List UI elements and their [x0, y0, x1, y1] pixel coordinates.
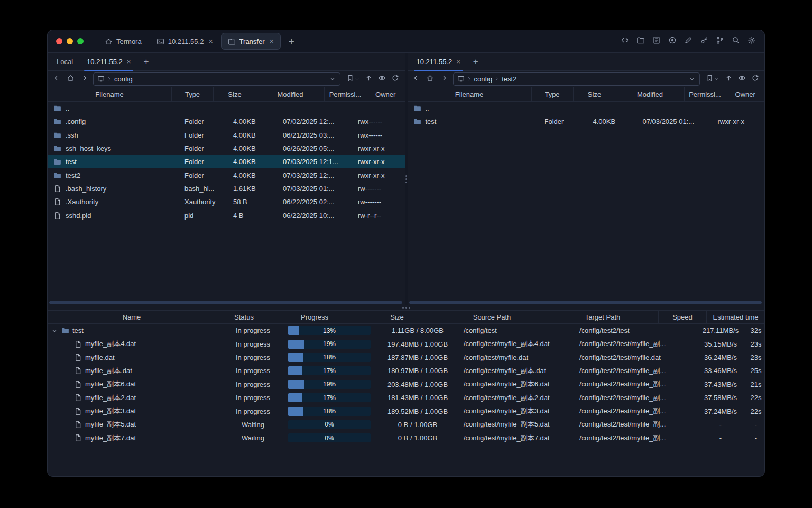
- close-icon[interactable]: ×: [208, 38, 213, 45]
- close-icon[interactable]: ×: [127, 58, 131, 66]
- column-header-owner[interactable]: Owner: [726, 87, 765, 101]
- transfer-column-header-status[interactable]: Status: [216, 311, 272, 323]
- horizontal-splitter[interactable]: [48, 305, 764, 310]
- toggle-hidden-files-button[interactable]: [376, 73, 389, 85]
- transfer-column-header-source-path[interactable]: Source Path: [437, 311, 547, 323]
- file-row-test[interactable]: testFolder4.00KB07/03/2025 01:...rwxr-xr…: [408, 115, 765, 128]
- record-button[interactable]: [666, 35, 679, 48]
- bookmark-button[interactable]: [703, 73, 722, 85]
- minimize-window-button[interactable]: [67, 38, 73, 44]
- transfer-row-myfile-5-dat[interactable]: myfile_副本5.datWaiting0%0 B / 1.00GB/conf…: [48, 418, 764, 431]
- window-tab-transfer[interactable]: Transfer×: [221, 33, 281, 50]
- back-button[interactable]: [411, 73, 423, 85]
- home-button[interactable]: [64, 73, 77, 85]
- progress-bar: 0%: [288, 420, 371, 429]
- transfer-row-myfile-3-dat[interactable]: myfile_副本3.datIn progress18%189.52MB / 1…: [48, 404, 764, 418]
- column-header-filename[interactable]: Filename: [48, 87, 172, 101]
- close-window-button[interactable]: [56, 38, 62, 44]
- upload-button[interactable]: [363, 73, 375, 85]
- branch-button[interactable]: [713, 35, 726, 48]
- path-segment-test2[interactable]: test2: [502, 75, 516, 83]
- left-path-breadcrumb[interactable]: config: [93, 72, 340, 86]
- transfer-row-myfile-2-dat[interactable]: myfile_副本2.datIn progress17%181.43MB / 1…: [48, 391, 764, 404]
- transfer-target-path: /config/test2/test/myfile_副...: [576, 406, 694, 416]
- close-icon[interactable]: ×: [270, 38, 274, 45]
- column-header-modified[interactable]: Modified: [256, 87, 325, 101]
- back-button[interactable]: [51, 73, 63, 85]
- transfer-row-myfile-4-dat[interactable]: myfile_副本4.datIn progress19%197.48MB / 1…: [48, 337, 764, 350]
- horizontal-scrollbar-thumb[interactable]: [49, 301, 402, 304]
- path-segment-config[interactable]: config: [474, 75, 493, 83]
- settings-button[interactable]: [745, 35, 758, 48]
- chevron-down-icon[interactable]: [688, 75, 696, 83]
- folder-outline-button[interactable]: [634, 35, 647, 48]
- file-row-item[interactable]: ..: [408, 102, 765, 115]
- column-header-permissi[interactable]: Permissi...: [325, 87, 366, 101]
- home-button[interactable]: [424, 73, 437, 85]
- log-button[interactable]: [650, 35, 663, 48]
- zoom-window-button[interactable]: [77, 38, 84, 44]
- transfer-row-myfile-dat[interactable]: myfile_副本.datIn progress17%180.97MB / 1.…: [48, 364, 764, 377]
- path-segment-config[interactable]: config: [114, 75, 133, 83]
- column-header-type[interactable]: Type: [172, 87, 214, 101]
- edit-button[interactable]: [681, 35, 695, 48]
- file-row-item[interactable]: ..: [48, 102, 405, 115]
- code-icon: [621, 36, 629, 47]
- file-row-bash-history[interactable]: .bash_historybash_hi...1.61KB07/03/2025 …: [48, 182, 405, 195]
- transfer-row-myfile-dat[interactable]: myfile.datIn progress18%187.87MB / 1.00G…: [48, 351, 764, 364]
- transfer-row-myfile-7-dat[interactable]: myfile_副本7.datWaiting0%0 B / 1.00GB/conf…: [48, 431, 764, 444]
- new-pane-tab-button[interactable]: +: [137, 53, 154, 70]
- pane-tab-local[interactable]: Local: [50, 53, 80, 70]
- key-button[interactable]: [697, 35, 710, 48]
- bookmark-button[interactable]: [344, 73, 362, 85]
- chevron-down-icon[interactable]: [51, 327, 58, 334]
- transfer-column-header-name[interactable]: Name: [48, 311, 216, 323]
- upload-button[interactable]: [722, 73, 735, 85]
- file-row-ssh-host-keys[interactable]: ssh_host_keysFolder4.00KB06/26/2025 05:.…: [48, 142, 405, 155]
- file-row-test2[interactable]: test2Folder4.00KB07/03/2025 12:...rwxr-x…: [48, 168, 405, 182]
- file-cell: 58 B: [229, 198, 279, 206]
- column-header-filename[interactable]: Filename: [408, 87, 532, 101]
- close-icon[interactable]: ×: [456, 58, 460, 66]
- file-row-xauthority[interactable]: .XauthorityXauthority58 B06/22/2025 02:.…: [48, 195, 405, 208]
- column-header-size[interactable]: Size: [214, 87, 256, 101]
- refresh-button[interactable]: [749, 73, 761, 85]
- transfer-column-header-speed[interactable]: Speed: [659, 311, 707, 323]
- file-cell: 4.00KB: [589, 117, 639, 125]
- right-path-breadcrumb[interactable]: configtest2: [453, 72, 700, 86]
- file-row-ssh[interactable]: .sshFolder4.00KB06/21/2025 03:...rwx----…: [48, 129, 405, 142]
- forward-button[interactable]: [77, 73, 90, 85]
- column-header-size[interactable]: Size: [574, 87, 616, 101]
- pane-tab-10-211-55-2[interactable]: 10.211.55.2×: [80, 53, 137, 70]
- transfer-size: 197.48MB / 1.00GB: [375, 340, 460, 348]
- column-header-modified[interactable]: Modified: [616, 87, 685, 101]
- transfer-column-header-size[interactable]: Size: [357, 311, 437, 323]
- forward-button[interactable]: [437, 73, 450, 85]
- file-cell: Folder: [181, 131, 229, 139]
- refresh-button[interactable]: [389, 73, 402, 85]
- new-window-tab-button[interactable]: +: [281, 37, 302, 47]
- window-tab-termora[interactable]: Termora: [98, 33, 149, 50]
- transfer-row-test[interactable]: testIn progress13%1.11GB / 8.00GB/config…: [48, 324, 764, 337]
- file-row-sshd-pid[interactable]: sshd.pidpid4 B06/22/2025 10:...rw-r--r--: [48, 208, 405, 222]
- code-button[interactable]: [618, 35, 631, 48]
- file-row-test[interactable]: testFolder4.00KB07/03/2025 12:1...rwxr-x…: [48, 155, 405, 168]
- file-row-config[interactable]: .configFolder4.00KB07/02/2025 12:...rwx-…: [48, 115, 405, 128]
- transfer-row-myfile-6-dat[interactable]: myfile_副本6.datIn progress19%203.48MB / 1…: [48, 378, 764, 391]
- search-button[interactable]: [729, 35, 742, 48]
- column-header-permissi[interactable]: Permissi...: [685, 87, 726, 101]
- chevron-down-icon[interactable]: [329, 75, 336, 83]
- window-tab-10-211-55-2[interactable]: 10.211.55.2×: [150, 33, 220, 50]
- horizontal-scrollbar-thumb[interactable]: [409, 301, 762, 304]
- transfer-size: 0 B / 1.00GB: [375, 421, 460, 429]
- file-name-cell: test: [408, 117, 541, 125]
- progress-bar: 19%: [288, 340, 371, 349]
- transfer-column-header-progress[interactable]: Progress: [272, 311, 357, 323]
- column-header-type[interactable]: Type: [532, 87, 574, 101]
- transfer-column-header-estimated-time[interactable]: Estimated time: [707, 311, 764, 323]
- toggle-hidden-files-button[interactable]: [735, 73, 748, 85]
- pane-tab-10-211-55-2[interactable]: 10.211.55.2×: [410, 53, 467, 70]
- new-pane-tab-button[interactable]: +: [467, 53, 484, 70]
- transfer-column-header-target-path[interactable]: Target Path: [547, 311, 659, 323]
- column-header-owner[interactable]: Owner: [366, 87, 405, 101]
